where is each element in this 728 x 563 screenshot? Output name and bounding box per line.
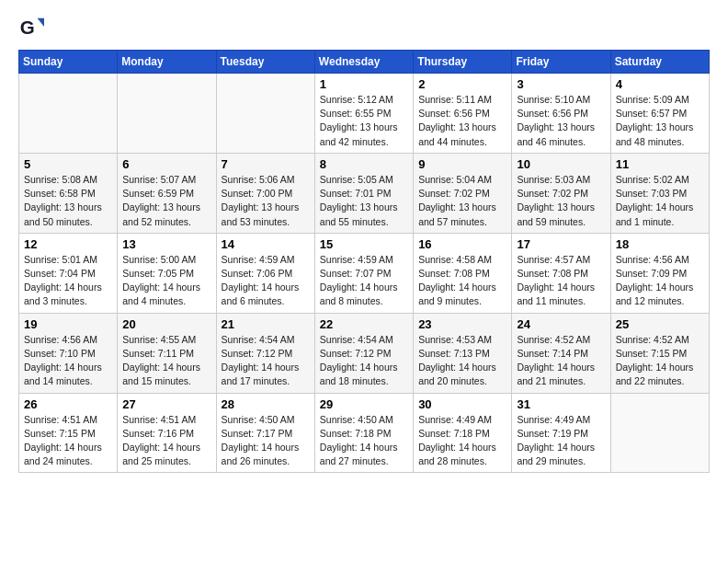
calendar-cell: 5Sunrise: 5:08 AM Sunset: 6:58 PM Daylig… <box>19 153 118 233</box>
day-info: Sunrise: 4:57 AM Sunset: 7:08 PM Dayligh… <box>517 253 605 309</box>
day-number: 12 <box>24 237 112 251</box>
calendar-cell: 7Sunrise: 5:06 AM Sunset: 7:00 PM Daylig… <box>216 153 314 233</box>
day-number: 5 <box>24 157 112 171</box>
day-info: Sunrise: 5:03 AM Sunset: 7:02 PM Dayligh… <box>517 173 605 229</box>
calendar-cell: 28Sunrise: 4:50 AM Sunset: 7:17 PM Dayli… <box>216 393 314 473</box>
calendar-cell: 12Sunrise: 5:01 AM Sunset: 7:04 PM Dayli… <box>19 233 118 313</box>
calendar-cell: 18Sunrise: 4:56 AM Sunset: 7:09 PM Dayli… <box>610 233 709 313</box>
calendar-cell: 8Sunrise: 5:05 AM Sunset: 7:01 PM Daylig… <box>314 153 413 233</box>
calendar-cell <box>19 74 118 154</box>
day-info: Sunrise: 4:59 AM Sunset: 7:07 PM Dayligh… <box>320 253 408 309</box>
day-number: 17 <box>517 237 605 251</box>
calendar-cell: 16Sunrise: 4:58 AM Sunset: 7:08 PM Dayli… <box>414 233 512 313</box>
day-info: Sunrise: 5:06 AM Sunset: 7:00 PM Dayligh… <box>222 173 310 229</box>
day-number: 1 <box>320 77 408 91</box>
calendar-cell: 10Sunrise: 5:03 AM Sunset: 7:02 PM Dayli… <box>512 153 610 233</box>
week-row-5: 26Sunrise: 4:51 AM Sunset: 7:15 PM Dayli… <box>19 393 710 473</box>
calendar-cell: 20Sunrise: 4:55 AM Sunset: 7:11 PM Dayli… <box>118 313 216 393</box>
calendar-cell: 24Sunrise: 4:52 AM Sunset: 7:14 PM Dayli… <box>512 313 610 393</box>
page-header: G <box>18 15 710 40</box>
day-number: 11 <box>616 157 704 171</box>
calendar-cell: 27Sunrise: 4:51 AM Sunset: 7:16 PM Dayli… <box>118 393 216 473</box>
day-info: Sunrise: 4:52 AM Sunset: 7:14 PM Dayligh… <box>517 333 605 389</box>
calendar-cell: 11Sunrise: 5:02 AM Sunset: 7:03 PM Dayli… <box>610 153 709 233</box>
day-info: Sunrise: 5:12 AM Sunset: 6:55 PM Dayligh… <box>320 93 408 149</box>
day-number: 13 <box>122 237 210 251</box>
calendar-cell: 14Sunrise: 4:59 AM Sunset: 7:06 PM Dayli… <box>216 233 314 313</box>
weekday-header-wednesday: Wednesday <box>314 51 413 74</box>
week-row-1: 1Sunrise: 5:12 AM Sunset: 6:55 PM Daylig… <box>19 74 710 154</box>
day-info: Sunrise: 5:00 AM Sunset: 7:05 PM Dayligh… <box>122 253 210 309</box>
day-number: 28 <box>222 397 310 411</box>
calendar-cell: 21Sunrise: 4:54 AM Sunset: 7:12 PM Dayli… <box>216 313 314 393</box>
day-info: Sunrise: 5:02 AM Sunset: 7:03 PM Dayligh… <box>616 173 704 229</box>
day-info: Sunrise: 4:50 AM Sunset: 7:18 PM Dayligh… <box>320 413 408 469</box>
day-info: Sunrise: 4:53 AM Sunset: 7:13 PM Dayligh… <box>418 333 506 389</box>
day-info: Sunrise: 5:08 AM Sunset: 6:58 PM Dayligh… <box>24 173 112 229</box>
weekday-header-row: SundayMondayTuesdayWednesdayThursdayFrid… <box>19 51 710 74</box>
calendar-table: SundayMondayTuesdayWednesdayThursdayFrid… <box>18 50 710 473</box>
day-number: 30 <box>418 397 506 411</box>
day-info: Sunrise: 4:54 AM Sunset: 7:12 PM Dayligh… <box>222 333 310 389</box>
weekday-header-tuesday: Tuesday <box>216 51 314 74</box>
day-number: 23 <box>418 317 506 331</box>
calendar-cell: 2Sunrise: 5:11 AM Sunset: 6:56 PM Daylig… <box>414 74 512 154</box>
day-number: 21 <box>222 317 310 331</box>
day-number: 9 <box>418 157 506 171</box>
day-info: Sunrise: 5:01 AM Sunset: 7:04 PM Dayligh… <box>24 253 112 309</box>
weekday-header-friday: Friday <box>512 51 610 74</box>
day-info: Sunrise: 4:56 AM Sunset: 7:10 PM Dayligh… <box>24 333 112 389</box>
day-info: Sunrise: 4:55 AM Sunset: 7:11 PM Dayligh… <box>122 333 210 389</box>
day-number: 15 <box>320 237 408 251</box>
week-row-2: 5Sunrise: 5:08 AM Sunset: 6:58 PM Daylig… <box>19 153 710 233</box>
calendar-cell: 23Sunrise: 4:53 AM Sunset: 7:13 PM Dayli… <box>414 313 512 393</box>
calendar-cell: 15Sunrise: 4:59 AM Sunset: 7:07 PM Dayli… <box>314 233 413 313</box>
week-row-4: 19Sunrise: 4:56 AM Sunset: 7:10 PM Dayli… <box>19 313 710 393</box>
day-info: Sunrise: 4:56 AM Sunset: 7:09 PM Dayligh… <box>616 253 704 309</box>
day-number: 31 <box>517 397 605 411</box>
day-info: Sunrise: 4:51 AM Sunset: 7:16 PM Dayligh… <box>122 413 210 469</box>
day-number: 25 <box>616 317 704 331</box>
day-info: Sunrise: 5:11 AM Sunset: 6:56 PM Dayligh… <box>418 93 506 149</box>
calendar-cell <box>216 74 314 154</box>
day-info: Sunrise: 5:09 AM Sunset: 6:57 PM Dayligh… <box>616 93 704 149</box>
day-number: 26 <box>24 397 112 411</box>
day-number: 4 <box>616 77 704 91</box>
calendar-cell: 22Sunrise: 4:54 AM Sunset: 7:12 PM Dayli… <box>314 313 413 393</box>
day-info: Sunrise: 5:05 AM Sunset: 7:01 PM Dayligh… <box>320 173 408 229</box>
day-info: Sunrise: 4:52 AM Sunset: 7:15 PM Dayligh… <box>616 333 704 389</box>
day-number: 29 <box>320 397 408 411</box>
day-number: 24 <box>517 317 605 331</box>
logo: G <box>18 15 48 40</box>
day-number: 20 <box>122 317 210 331</box>
day-info: Sunrise: 4:58 AM Sunset: 7:08 PM Dayligh… <box>418 253 506 309</box>
day-number: 10 <box>517 157 605 171</box>
day-info: Sunrise: 4:49 AM Sunset: 7:19 PM Dayligh… <box>517 413 605 469</box>
week-row-3: 12Sunrise: 5:01 AM Sunset: 7:04 PM Dayli… <box>19 233 710 313</box>
day-number: 22 <box>320 317 408 331</box>
calendar-cell: 1Sunrise: 5:12 AM Sunset: 6:55 PM Daylig… <box>314 74 413 154</box>
calendar-cell <box>610 393 709 473</box>
day-info: Sunrise: 4:51 AM Sunset: 7:15 PM Dayligh… <box>24 413 112 469</box>
weekday-header-monday: Monday <box>118 51 216 74</box>
day-number: 3 <box>517 77 605 91</box>
weekday-header-sunday: Sunday <box>19 51 118 74</box>
svg-text:G: G <box>20 17 35 38</box>
day-info: Sunrise: 4:49 AM Sunset: 7:18 PM Dayligh… <box>418 413 506 469</box>
calendar-cell: 17Sunrise: 4:57 AM Sunset: 7:08 PM Dayli… <box>512 233 610 313</box>
calendar-cell: 4Sunrise: 5:09 AM Sunset: 6:57 PM Daylig… <box>610 74 709 154</box>
logo-icon: G <box>18 15 44 40</box>
calendar-cell: 29Sunrise: 4:50 AM Sunset: 7:18 PM Dayli… <box>314 393 413 473</box>
day-number: 6 <box>122 157 210 171</box>
day-number: 14 <box>222 237 310 251</box>
day-info: Sunrise: 4:59 AM Sunset: 7:06 PM Dayligh… <box>222 253 310 309</box>
calendar-cell: 30Sunrise: 4:49 AM Sunset: 7:18 PM Dayli… <box>414 393 512 473</box>
day-info: Sunrise: 5:04 AM Sunset: 7:02 PM Dayligh… <box>418 173 506 229</box>
calendar-cell: 9Sunrise: 5:04 AM Sunset: 7:02 PM Daylig… <box>414 153 512 233</box>
calendar-cell <box>118 74 216 154</box>
day-number: 7 <box>222 157 310 171</box>
day-info: Sunrise: 4:54 AM Sunset: 7:12 PM Dayligh… <box>320 333 408 389</box>
day-number: 19 <box>24 317 112 331</box>
weekday-header-thursday: Thursday <box>414 51 512 74</box>
svg-marker-1 <box>38 18 44 27</box>
